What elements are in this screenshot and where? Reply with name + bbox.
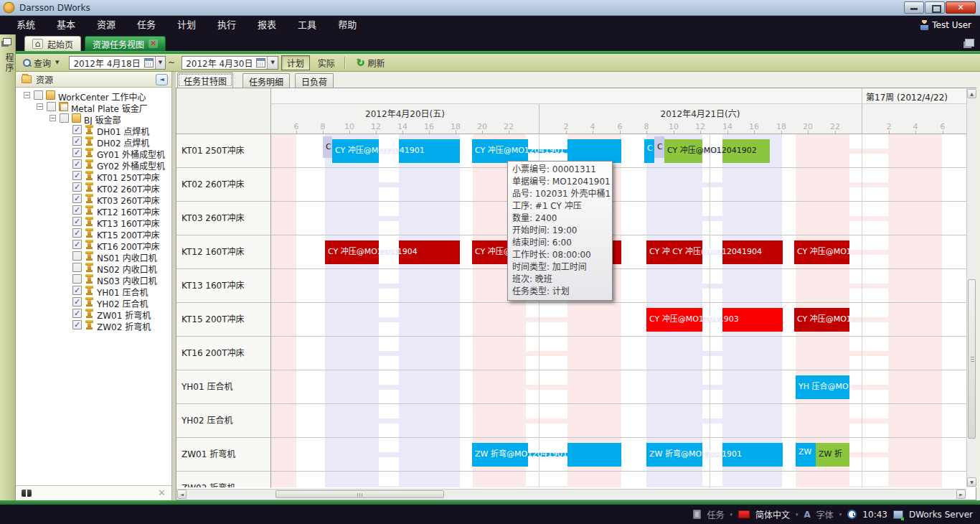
tree-checkbox[interactable] <box>72 251 82 261</box>
minimize-button[interactable] <box>904 1 924 14</box>
tree-checkbox[interactable] <box>60 113 69 123</box>
restore-button[interactable] <box>925 1 945 14</box>
tree-item[interactable]: ✓KT01 250T冲床 <box>16 170 171 182</box>
tree-item[interactable]: ✓DH01 点焊机 <box>16 124 171 136</box>
vscroll-thumb[interactable] <box>968 279 976 439</box>
actual-toggle-button[interactable]: 实际 <box>313 56 340 70</box>
tree-checkbox[interactable] <box>72 274 82 284</box>
tree-checkbox[interactable]: ✓ <box>72 309 82 318</box>
menu-item-2[interactable]: 资源 <box>86 16 126 34</box>
scroll-up-icon[interactable]: ▲ <box>967 89 976 98</box>
scroll-down-icon[interactable]: ▼ <box>967 477 976 487</box>
menu-item-8[interactable]: 帮助 <box>327 16 367 34</box>
tab-resource-task-view[interactable]: 资源任务视图 ✕ <box>85 36 166 51</box>
tree-checkbox[interactable] <box>47 102 56 111</box>
tree-item[interactable]: −BJ 钣金部 <box>16 113 171 124</box>
menu-item-3[interactable]: 任务 <box>126 16 166 34</box>
tree-item[interactable]: ✓KT12 160T冲床 <box>16 205 171 216</box>
tree-checkbox[interactable]: ✓ <box>72 286 82 295</box>
tree-checkbox[interactable]: ✓ <box>72 297 82 307</box>
close-button[interactable]: ✕ <box>946 1 976 14</box>
chevron-down-icon[interactable]: ▾ <box>796 512 798 518</box>
tab-daily-load[interactable]: 日负荷 <box>295 73 334 88</box>
date-to-field[interactable]: 2012年 4月30日 ▼ <box>182 56 278 70</box>
date-to-dropdown[interactable]: ▼ <box>267 57 277 69</box>
tree-item[interactable]: ✓KT02 260T冲床 <box>16 182 171 193</box>
night-shift-stripe <box>888 370 942 403</box>
refresh-button[interactable]: ↻ 刷新 <box>349 57 390 69</box>
status-language-label[interactable]: 简体中文 <box>755 508 790 520</box>
tree-item[interactable]: ✓YH01 压合机 <box>16 285 171 296</box>
task-bar[interactable] <box>567 443 621 467</box>
day-shift-stripe <box>325 168 379 201</box>
tree-item[interactable]: ✓GY02 外桶成型机 <box>16 159 171 170</box>
tree-item[interactable]: −Metal Plate 钣金厂 <box>16 101 171 113</box>
tree-checkbox[interactable]: ✓ <box>72 320 82 329</box>
tree-item[interactable]: ✓DH02 点焊机 <box>16 136 171 147</box>
tree-expander-icon[interactable]: − <box>37 103 43 110</box>
tree-checkbox[interactable]: ✓ <box>72 159 82 169</box>
tree-checkbox[interactable]: ✓ <box>72 148 82 157</box>
tree-expander-icon[interactable]: − <box>50 115 56 121</box>
current-user[interactable]: Test User <box>920 16 971 34</box>
night-shift-link <box>526 351 567 356</box>
tree-checkbox[interactable]: ✓ <box>72 136 82 146</box>
menu-item-0[interactable]: 系统 <box>6 16 46 34</box>
tree-checkbox[interactable] <box>72 263 82 272</box>
vertical-scrollbar[interactable]: ▲ ▼ <box>966 88 976 487</box>
query-button[interactable]: 查询 ▼ <box>16 57 65 69</box>
tree-item[interactable]: ✓ZW02 折弯机 <box>16 319 171 331</box>
collapsed-program-panel[interactable]: 程序 <box>0 34 16 500</box>
date-from-dropdown[interactable]: ▼ <box>155 57 165 69</box>
tab-home-page[interactable]: ⌂ 起始页 <box>24 36 81 51</box>
tree-item[interactable]: ✓KT16 200T冲床 <box>16 239 171 251</box>
tree-item[interactable]: ✓YH02 压合机 <box>16 296 171 308</box>
tree-expander-icon[interactable]: − <box>24 92 30 98</box>
tree-checkbox[interactable]: ✓ <box>72 217 82 226</box>
task-bar[interactable] <box>567 139 621 163</box>
status-font-label[interactable]: 字体 <box>816 508 834 520</box>
tree-checkbox[interactable]: ✓ <box>72 171 82 180</box>
menu-item-4[interactable]: 计划 <box>166 16 207 34</box>
tree-checkbox[interactable]: ✓ <box>72 205 82 215</box>
tree-checkbox[interactable]: ✓ <box>72 194 82 203</box>
tree-item[interactable]: NS03 内收口机 <box>16 273 171 285</box>
scroll-left-icon[interactable]: ◄ <box>177 490 187 499</box>
tree-item[interactable]: ✓GY01 外桶成型机 <box>16 147 171 159</box>
tooltip-line: 开始时间: 19:00 <box>512 225 612 237</box>
menu-item-1[interactable]: 基本 <box>46 16 86 34</box>
status-task-label[interactable]: 任务 <box>707 508 724 520</box>
tree-checkbox[interactable] <box>34 90 43 100</box>
menu-item-6[interactable]: 报表 <box>247 16 287 34</box>
chevron-down-icon[interactable]: ▾ <box>839 512 842 518</box>
resource-panel-header: 资源 ◄ <box>16 72 171 88</box>
tree-checkbox[interactable]: ✓ <box>72 228 82 238</box>
tree-item[interactable]: NS02 内收口机 <box>16 262 171 273</box>
collapse-panel-button[interactable]: ◄ <box>156 74 168 85</box>
tree-item[interactable]: NS01 内收口机 <box>16 251 171 262</box>
tab-task-detail[interactable]: 任务明细 <box>242 73 290 88</box>
window-list-icon[interactable] <box>965 39 974 47</box>
close-tab-icon[interactable]: ✕ <box>149 39 158 48</box>
tree-item[interactable]: ✓KT03 260T冲床 <box>16 193 171 205</box>
find-icon[interactable] <box>22 490 32 497</box>
tree-checkbox[interactable]: ✓ <box>72 182 82 192</box>
tab-task-gantt[interactable]: 任务甘特图 <box>177 72 233 88</box>
plan-toggle-button[interactable]: 计划 <box>281 55 310 70</box>
menu-item-5[interactable]: 执行 <box>207 16 247 34</box>
title-bar[interactable]: Darsson DWorks <box>0 0 980 16</box>
hscroll-thumb[interactable] <box>275 490 444 498</box>
task-bar-label: C <box>326 142 331 151</box>
clear-filter-icon[interactable]: ✕ <box>158 487 166 498</box>
tree-checkbox[interactable]: ✓ <box>72 125 82 134</box>
tree-item[interactable]: ✓ZW01 折弯机 <box>16 308 171 319</box>
scroll-right-icon[interactable]: ► <box>956 490 966 499</box>
horizontal-scrollbar[interactable]: ◄ ► <box>176 489 966 499</box>
date-from-field[interactable]: 2012年 4月18日 ▼ <box>69 56 166 70</box>
menu-item-7[interactable]: 工具 <box>287 16 327 34</box>
tree-item[interactable]: ✓KT15 200T冲床 <box>16 228 171 239</box>
tree-item[interactable]: ✓KT13 160T冲床 <box>16 216 171 228</box>
chevron-down-icon[interactable]: ▾ <box>730 512 732 518</box>
tree-checkbox[interactable]: ✓ <box>72 240 82 249</box>
tree-item[interactable]: −WorkCenter 工作中心 <box>16 90 171 101</box>
